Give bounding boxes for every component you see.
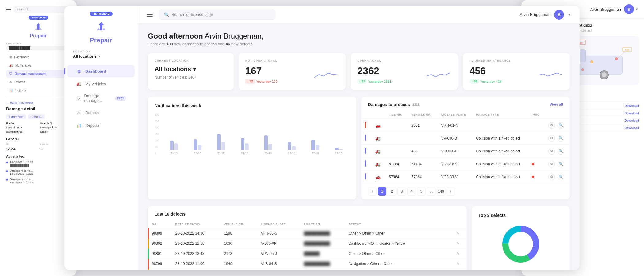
action-settings[interactable]: ⚙ bbox=[548, 161, 555, 167]
action-search[interactable]: 🔍 bbox=[558, 122, 564, 129]
greeting-section: Good afternoon Arvin Bruggeman, There ar… bbox=[148, 32, 570, 46]
defects-header: Last 10 defects bbox=[148, 206, 467, 220]
page-4[interactable]: 4 bbox=[407, 187, 416, 196]
ov-nav-damage[interactable]: 🛡 Damage management bbox=[6, 70, 71, 78]
download-link[interactable]: Download bbox=[624, 112, 639, 115]
row-actions[interactable]: ⚙ 🔍 bbox=[545, 158, 570, 171]
page-1[interactable]: 1 bbox=[378, 187, 386, 196]
search-bar-overlay[interactable]: Search f... bbox=[13, 6, 71, 13]
police-btn[interactable]: ↑ Police... bbox=[28, 114, 45, 119]
action-settings[interactable]: ⚙ bbox=[548, 174, 555, 180]
ov-nav-vehicles[interactable]: 🚛 My vehicles bbox=[6, 62, 71, 69]
location-overlay[interactable]: ██████████ bbox=[6, 46, 71, 50]
page-149[interactable]: 149 bbox=[437, 187, 445, 196]
operational-card: OPERATIONAL 2362 ↑ 31 Yesterday 2331 bbox=[351, 53, 458, 90]
row-vehicle-nr: 2351 bbox=[408, 119, 438, 132]
not-operational-sparkline bbox=[278, 68, 339, 81]
svg-point-11 bbox=[590, 60, 593, 63]
dcol-defect: DEFECT bbox=[345, 220, 453, 228]
teamlead-badge: TEAMLEAD bbox=[29, 16, 48, 20]
defect-date: 28-10-2022 12:58 bbox=[172, 239, 220, 249]
download-link[interactable]: Download bbox=[624, 126, 639, 130]
page-prev[interactable]: ‹ bbox=[368, 187, 377, 196]
bar-primary bbox=[194, 139, 197, 150]
action-search[interactable]: 🔍 bbox=[558, 174, 564, 180]
right-overlay-chevron[interactable]: ▼ bbox=[635, 7, 638, 11]
right-overlay-avatar[interactable]: B bbox=[624, 4, 634, 14]
ov-nav-defects[interactable]: ⚠ Defects bbox=[6, 78, 71, 86]
col-vehicle-type bbox=[372, 111, 385, 119]
edit-icon[interactable]: ✎ bbox=[456, 251, 459, 256]
defect-edit[interactable]: ✎ bbox=[453, 269, 467, 270]
action-search[interactable]: 🔍 bbox=[558, 135, 564, 142]
user-menu-chevron[interactable]: ▼ bbox=[568, 13, 571, 17]
field-damage-type: Damage type bbox=[6, 130, 36, 133]
bar-primary bbox=[288, 142, 291, 150]
search-bar[interactable]: 🔍 bbox=[159, 10, 275, 20]
defect-vehicle: 1298 bbox=[220, 228, 257, 239]
row-vehicle-icon: 🚛 bbox=[372, 158, 385, 171]
search-input[interactable] bbox=[171, 12, 270, 17]
location-select[interactable]: All locations ▾ bbox=[155, 65, 227, 73]
damages-title: Damages to process 2221 bbox=[368, 102, 419, 107]
bar-group: 24-10 bbox=[234, 138, 255, 155]
sidebar-item-defects[interactable]: ⚠ Defects bbox=[67, 106, 135, 119]
table-row: 98799 28-10-2022 11:00 1949 VLB-84-S ███… bbox=[148, 259, 467, 269]
general-id: ID125/54 bbox=[6, 143, 37, 151]
sidebar-item-dashboard[interactable]: ⊞ Dashboard bbox=[67, 65, 135, 77]
greeting-title: Good afternoon Arvin Bruggeman, bbox=[148, 32, 570, 40]
action-search[interactable]: 🔍 bbox=[558, 161, 564, 167]
defect-edit[interactable]: ✎ bbox=[453, 228, 467, 239]
defect-edit[interactable]: ✎ bbox=[453, 259, 467, 269]
menu-icon[interactable] bbox=[6, 8, 11, 11]
download-link[interactable]: Download bbox=[624, 104, 639, 108]
bar-group: 25-10 bbox=[257, 135, 279, 155]
sidebar-item-vehicles[interactable]: 🚛 My vehicles bbox=[67, 78, 135, 90]
row-prio bbox=[528, 171, 544, 183]
defect-no: 98809 bbox=[148, 228, 172, 239]
sidebar-item-damage[interactable]: 🛡 Damage manage... 2221 bbox=[67, 90, 135, 106]
edit-icon[interactable]: ✎ bbox=[456, 231, 459, 236]
defects-table: NO. DATE OF ENTRY VEHICLE NR. LICENSE PL… bbox=[148, 220, 467, 270]
sidebar-location[interactable]: All locations ▼ bbox=[64, 54, 101, 59]
page-next[interactable]: › bbox=[447, 187, 455, 196]
row-actions[interactable]: ⚙ 🔍 bbox=[545, 145, 570, 158]
defect-edit[interactable]: ✎ bbox=[453, 239, 467, 249]
edit-icon[interactable]: ✎ bbox=[456, 262, 459, 266]
hamburger-menu[interactable] bbox=[147, 13, 153, 17]
edit-icon[interactable]: ✎ bbox=[456, 241, 459, 246]
page-3[interactable]: 3 bbox=[397, 187, 406, 196]
dashboard-icon: ⊞ bbox=[76, 68, 82, 74]
action-search[interactable]: 🔍 bbox=[558, 148, 564, 155]
bar-primary bbox=[170, 141, 174, 150]
claim-form-btn[interactable]: ↑ claim form bbox=[6, 114, 26, 119]
defect-vehicle: 1949 bbox=[220, 259, 257, 269]
table-row: 🚛 VV-630-B Collision with a fixed object… bbox=[361, 132, 570, 145]
row-actions[interactable]: ⚙ 🔍 bbox=[545, 119, 570, 132]
row-actions[interactable]: ⚙ 🔍 bbox=[545, 171, 570, 183]
action-settings[interactable]: ⚙ bbox=[548, 148, 555, 155]
back-button[interactable]: ← Back to overview bbox=[6, 101, 71, 105]
page-5[interactable]: 5 bbox=[417, 187, 426, 196]
defect-location: ██████████ bbox=[300, 269, 345, 270]
row-file-nr: 57864 bbox=[385, 171, 408, 183]
page-2[interactable]: 2 bbox=[388, 187, 396, 196]
damages-view-all[interactable]: View all bbox=[550, 102, 563, 107]
download-link[interactable]: Download bbox=[624, 119, 639, 122]
bottom-row: Last 10 defects NO. DATE OF ENTRY VEHICL… bbox=[148, 206, 570, 270]
right-overlay-username: Arvin Bruggeman bbox=[590, 7, 621, 12]
table-row: 🚗 57864 57864 VG8-33-V Collision with a … bbox=[361, 171, 570, 183]
action-settings[interactable]: ⚙ bbox=[548, 135, 555, 142]
user-avatar[interactable]: B bbox=[554, 10, 564, 20]
damage-icon: 🛡 bbox=[76, 95, 80, 101]
defect-edit[interactable]: ✎ bbox=[453, 249, 467, 259]
row-actions[interactable]: ⚙ 🔍 bbox=[545, 132, 570, 145]
ov-nav-dashboard[interactable]: ⊞ Dashboard bbox=[6, 53, 71, 61]
sidebar-item-reports[interactable]: 📊 Reports bbox=[67, 119, 135, 131]
action-settings[interactable]: ⚙ bbox=[548, 122, 555, 129]
reports-icon: 📊 bbox=[76, 122, 82, 128]
ov-nav-reports[interactable]: 📊 Reports bbox=[6, 86, 71, 94]
bar-secondary bbox=[245, 143, 249, 150]
row-indicator bbox=[361, 145, 372, 158]
activity-item-2: Damage report a...13-03-2021 | 18:22 bbox=[6, 169, 71, 175]
